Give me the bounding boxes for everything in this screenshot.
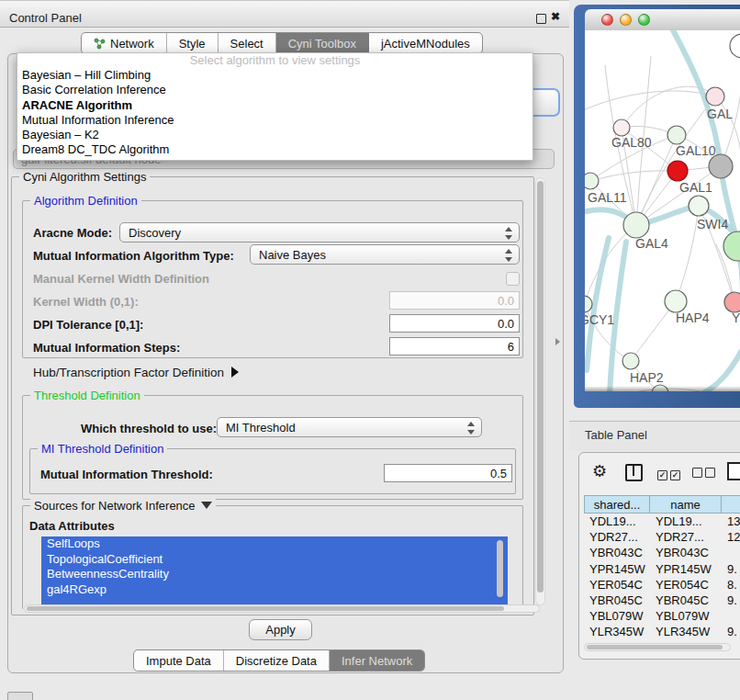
gear-icon[interactable]: ⚙ <box>592 461 607 481</box>
node-hap2[interactable] <box>622 353 639 369</box>
network-window[interactable]: GALGAL80GAL10GAL1GAL11SWI4GAL4GCY1HAP4YH… <box>574 5 740 408</box>
node-gal80[interactable] <box>613 119 630 136</box>
manual-kernel-checkbox[interactable] <box>506 272 520 286</box>
tab-label: Network <box>110 37 154 51</box>
attribute-item-gal4rgexp[interactable]: gal4RGexp <box>41 582 508 598</box>
table-row[interactable]: YER054CYER054C8. <box>584 577 740 593</box>
settings-hscrollbar[interactable] <box>24 604 540 613</box>
control-panel-tabbar: NetworkStyleSelectCyni ToolboxjActiveMNo… <box>81 32 483 54</box>
algorithm-option-bayesian-hill-climbing[interactable]: Bayesian – Hill Climbing <box>17 68 533 83</box>
mi-type-select[interactable]: Naive Bayes <box>250 244 520 265</box>
node-y[interactable] <box>724 292 740 312</box>
node-gal10[interactable] <box>667 126 686 144</box>
control-panel-titlebar: Control Panel ✖ <box>0 0 569 28</box>
data-attributes-list[interactable]: SelfLoopsTopologicalCoefficientBetweenne… <box>41 536 508 604</box>
table-cell: YDL19... <box>650 514 722 529</box>
hub-section-label: Hub/Transcription Factor Definition <box>33 366 224 379</box>
algorithm-option-list: Bayesian – Hill ClimbingBasic Correlatio… <box>17 68 533 158</box>
column-header-extra[interactable] <box>722 495 740 514</box>
table-cell: 9. <box>722 561 740 577</box>
node-swi4[interactable] <box>689 196 709 216</box>
tab-cyni-toolbox[interactable]: Cyni Toolbox <box>276 33 369 53</box>
node-label-y: Y <box>732 310 740 325</box>
minimize-traffic-light[interactable] <box>620 14 632 26</box>
mi-threshold-input[interactable]: 0.5 <box>384 464 512 482</box>
hub-section-toggle[interactable]: Hub/Transcription Factor Definition <box>33 366 239 379</box>
panel-collapse-handle[interactable] <box>555 338 560 345</box>
network-window-titlebar[interactable] <box>585 9 740 31</box>
algorithm-option-mutual-information-inference[interactable]: Mutual Information Inference <box>17 113 533 128</box>
table-cell: YBL079W <box>650 608 722 624</box>
corner-widget[interactable] <box>7 692 33 700</box>
node-hap4[interactable] <box>665 290 687 312</box>
split-columns-icon[interactable] <box>625 464 643 481</box>
table-row[interactable]: YBR043CYBR043C <box>584 545 740 560</box>
threshold-definition-legend: Threshold Definition <box>30 389 144 402</box>
network-graph[interactable]: GALGAL80GAL10GAL1GAL11SWI4GAL4GCY1HAP4YH… <box>585 30 740 391</box>
table-cell: 9. <box>722 593 740 608</box>
algorithm-option-dream8-dc-tdc-algorithm[interactable]: Dream8 DC_TDC Algorithm <box>17 142 533 157</box>
close-traffic-light[interactable] <box>601 14 613 26</box>
node-label-gal: GAL <box>707 107 733 121</box>
node-unlabeled[interactable] <box>723 231 740 261</box>
algorithm-option-basic-correlation-inference[interactable]: Basic Correlation Inference <box>17 83 533 97</box>
table-cell: 9 <box>722 640 740 641</box>
table-row[interactable]: YLR345WYLR345W9. <box>584 624 740 639</box>
tab-style[interactable]: Style <box>167 33 219 53</box>
mi-threshold-legend: MI Threshold Definition <box>38 442 167 456</box>
node-gal[interactable] <box>706 87 724 106</box>
table-row[interactable]: YDR27...YDR27...12 <box>584 529 740 545</box>
table-row[interactable]: YPR145WYPR145W9. <box>584 561 740 577</box>
sources-legend[interactable]: Sources for Network Inference <box>30 499 216 513</box>
table-row[interactable]: YIL052CYIL052C9 <box>584 640 740 641</box>
which-threshold-label: Which threshold to use: <box>81 422 217 435</box>
attribute-item-betweennesscentrality[interactable]: BetweennessCentrality <box>41 567 508 582</box>
kernel-width-label: Kernel Width (0,1): <box>33 295 139 309</box>
tab-impute-data[interactable]: Impute Data <box>134 650 224 671</box>
kernel-width-input[interactable]: 0.0 <box>389 291 520 310</box>
node-unlabeled[interactable] <box>730 34 740 58</box>
node-gal4[interactable] <box>623 212 649 238</box>
algorithm-option-aracne-algorithm[interactable]: ARACNE Algorithm <box>17 98 533 113</box>
node-gal11[interactable] <box>585 173 599 189</box>
tab-network[interactable]: Network <box>82 33 167 53</box>
tab-label: jActiveMNodules <box>381 37 470 51</box>
aracne-mode-select[interactable]: Discovery <box>119 222 520 243</box>
table-cell: 8. <box>722 577 740 593</box>
tab-label: Infer Network <box>342 654 412 668</box>
column-header-shared[interactable]: shared... <box>584 495 650 514</box>
table-cell: YBR043C <box>650 545 722 560</box>
table-cell <box>722 545 740 560</box>
tab-jactivemnodules[interactable]: jActiveMNodules <box>369 33 482 53</box>
list-scrollbar[interactable] <box>497 540 503 597</box>
table-row[interactable]: YBR045CYBR045C9. <box>584 593 740 608</box>
attribute-item-selfloops[interactable]: SelfLoops <box>41 536 508 552</box>
tab-discretize-data[interactable]: Discretize Data <box>224 650 330 671</box>
export-table-icon[interactable] <box>727 462 740 480</box>
settings-scrollbar[interactable] <box>535 177 545 605</box>
close-icon[interactable]: ✖ <box>551 10 560 23</box>
select-all-checks-icon[interactable]: ✓✓ <box>657 465 683 481</box>
expand-arrow-icon <box>231 367 239 378</box>
attribute-item-topologicalcoefficient[interactable]: TopologicalCoefficient <box>41 552 508 568</box>
table-hscrollbar[interactable] <box>584 643 731 651</box>
node-gal1[interactable] <box>667 161 688 181</box>
column-header-name[interactable]: name <box>650 495 722 514</box>
table-row[interactable]: YDL19...YDL19...13 <box>584 514 740 529</box>
which-threshold-select[interactable]: MI Threshold <box>217 417 482 437</box>
table-cell: YER054C <box>584 577 650 593</box>
table-cell: YPR145W <box>650 561 722 577</box>
float-window-icon[interactable] <box>536 14 546 24</box>
clear-all-checks-icon[interactable] <box>692 465 718 481</box>
dpi-tolerance-input[interactable]: 0.0 <box>389 314 520 333</box>
table-cell: YER054C <box>650 577 722 593</box>
mi-steps-input[interactable]: 6 <box>389 337 520 356</box>
algorithm-option-bayesian-k2[interactable]: Bayesian – K2 <box>17 128 533 142</box>
apply-button[interactable]: Apply <box>249 619 312 640</box>
zoom-traffic-light[interactable] <box>638 14 650 26</box>
network-canvas[interactable]: GALGAL80GAL10GAL1GAL11SWI4GAL4GCY1HAP4YH… <box>585 30 740 391</box>
table-row[interactable]: YBL079WYBL079W <box>584 608 740 624</box>
tab-infer-network[interactable]: Infer Network <box>330 650 424 671</box>
tab-select[interactable]: Select <box>219 33 276 53</box>
algorithm-placeholder: Select algorithm to view settings <box>17 53 533 68</box>
